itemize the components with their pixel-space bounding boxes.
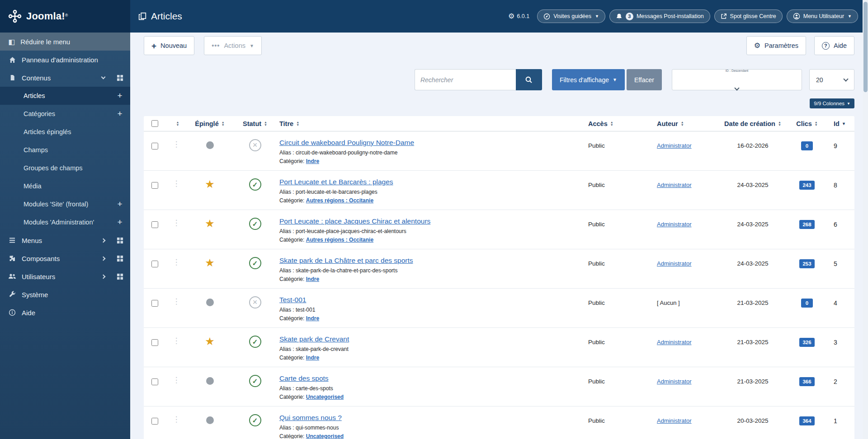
article-title-link[interactable]: Skate park de La Châtre et parc des spor… [279, 257, 413, 265]
status-toggle-icon[interactable] [249, 375, 261, 387]
sidebar-item-field-groups[interactable]: Groupes de champs [0, 159, 130, 177]
sort-select[interactable]: ID - Descendant [672, 69, 802, 90]
article-title-link[interactable]: Port Leucate et Le Barcarès : plages [279, 178, 393, 186]
status-toggle-icon[interactable] [249, 414, 261, 426]
row-checkbox[interactable] [151, 143, 158, 149]
author-link[interactable]: Administrator [657, 182, 692, 188]
pinned-toggle-icon[interactable] [205, 336, 215, 367]
category-link[interactable]: Indre [306, 158, 319, 164]
user-menu-button[interactable]: Menu Utilisateur ▼ [787, 9, 858, 23]
page-size-select[interactable]: 20 [809, 69, 854, 90]
ordering-sort-button[interactable]: ▲▼ [176, 121, 179, 126]
guided-tours-button[interactable]: Visites guidées ▼ [537, 9, 605, 23]
sidebar-item-help[interactable]: Aide [0, 304, 130, 322]
collapse-menu-button[interactable]: ◧ Réduire le menu [0, 33, 130, 51]
status-toggle-icon[interactable] [249, 257, 261, 269]
content-dashboard-shortcut-icon[interactable] [117, 75, 124, 81]
author-column-header[interactable]: Auteur▲▼ [653, 116, 719, 131]
row-checkbox[interactable] [151, 182, 158, 189]
category-link[interactable]: Indre [306, 276, 319, 282]
pinned-toggle-icon[interactable] [205, 257, 215, 288]
sidebar-item-articles[interactable]: Articles + [0, 87, 130, 105]
row-checkbox[interactable] [151, 418, 158, 425]
category-link[interactable]: Indre [306, 315, 319, 322]
article-title-link[interactable]: Qui sommes nous ? [279, 414, 342, 422]
sidebar-item-featured-articles[interactable]: Articles épinglés [0, 123, 130, 141]
row-checkbox[interactable] [151, 300, 158, 307]
filter-options-button[interactable]: Filtres d'affichage ▼ [552, 69, 625, 90]
article-title-link[interactable]: Carte des spots [279, 374, 329, 383]
status-toggle-icon[interactable] [249, 218, 261, 230]
sidebar-item-fields[interactable]: Champs [0, 141, 130, 159]
date-column-header[interactable]: Date de création▲▼ [719, 116, 787, 131]
category-link[interactable]: Autres régions : Occitanie [306, 197, 373, 204]
article-title-link[interactable]: Port Leucate : place Jacques Chirac et a… [279, 217, 430, 225]
sidebar-item-content[interactable]: Contenus [0, 69, 130, 87]
sidebar-item-dashboard[interactable]: Panneau d'administration [0, 51, 130, 69]
author-link[interactable]: Administrator [657, 221, 692, 228]
status-toggle-icon[interactable] [249, 178, 261, 191]
category-link[interactable]: Uncategorised [306, 433, 344, 439]
add-category-button[interactable]: + [116, 110, 124, 118]
add-article-button[interactable]: + [116, 92, 124, 100]
pinned-column-header[interactable]: Épinglé▲▼ [187, 116, 232, 131]
select-all-checkbox[interactable] [151, 120, 158, 127]
add-site-module-button[interactable]: + [116, 200, 124, 208]
hits-column-header[interactable]: Clics▲▼ [787, 116, 827, 131]
sidebar-item-categories[interactable]: Catégories + [0, 105, 130, 123]
components-dashboard-shortcut-icon[interactable] [117, 255, 124, 262]
site-preview-button[interactable]: Spot glisse Centre [714, 9, 783, 23]
search-input[interactable] [415, 69, 516, 90]
sidebar-item-media[interactable]: Média [0, 177, 130, 195]
search-button[interactable] [516, 69, 542, 90]
settings-button[interactable]: ⚙ Paramètres [746, 36, 806, 55]
status-toggle-icon[interactable] [249, 139, 261, 151]
status-column-header[interactable]: Statut▲▼ [232, 116, 278, 131]
row-checkbox[interactable] [151, 261, 158, 267]
row-checkbox[interactable] [151, 339, 158, 346]
category-link[interactable]: Autres régions : Occitanie [306, 237, 373, 243]
scrollbar-thumb[interactable] [863, 2, 868, 92]
article-title-link[interactable]: Circuit de wakeboard Pouligny Notre-Dame [279, 139, 414, 147]
pinned-toggle-icon[interactable] [205, 218, 215, 249]
row-checkbox[interactable] [151, 221, 158, 228]
pinned-toggle-icon[interactable] [206, 141, 214, 149]
author-link[interactable]: Administrator [657, 417, 692, 424]
id-column-header[interactable]: Id▼ [827, 116, 854, 131]
pinned-toggle-icon[interactable] [206, 377, 214, 385]
joomla-logo[interactable]: Joomla!® [0, 0, 130, 33]
row-checkbox[interactable] [151, 378, 158, 385]
help-button[interactable]: ? Aide [814, 36, 854, 55]
pinned-toggle-icon[interactable] [206, 416, 214, 424]
sidebar-item-menus[interactable]: Menus [0, 231, 130, 249]
menus-dashboard-shortcut-icon[interactable] [117, 237, 124, 244]
sidebar-item-admin-modules[interactable]: Modules 'Administration' + [0, 213, 130, 231]
author-link[interactable]: Administrator [657, 260, 692, 267]
new-button[interactable]: + Nouveau [144, 36, 194, 55]
category-link[interactable]: Indre [306, 355, 319, 361]
add-admin-module-button[interactable]: + [116, 218, 124, 226]
article-title-link[interactable]: Skate park de Crevant [279, 335, 349, 343]
article-title-link[interactable]: Test-001 [279, 296, 306, 304]
article-id: 6 [827, 210, 854, 249]
sidebar-item-components[interactable]: Composants [0, 249, 130, 267]
access-column-header[interactable]: Accès▲▼ [582, 116, 653, 131]
columns-toggle-button[interactable]: 9/9 Colonnes ▼ [810, 98, 854, 108]
users-dashboard-shortcut-icon[interactable] [117, 273, 124, 280]
author-link[interactable]: Administrator [657, 142, 692, 149]
author-link[interactable]: Administrator [657, 378, 692, 385]
sidebar-item-system[interactable]: Système [0, 285, 130, 304]
actions-button[interactable]: ••• Actions ▼ [204, 36, 262, 55]
sidebar-item-site-modules[interactable]: Modules 'Site' (frontal) + [0, 195, 130, 213]
sidebar-item-users[interactable]: Utilisateurs [0, 267, 130, 285]
pinned-toggle-icon[interactable] [205, 179, 215, 210]
author-link[interactable]: Administrator [657, 339, 692, 346]
pinned-toggle-icon[interactable] [206, 299, 214, 306]
category-link[interactable]: Uncategorised [306, 394, 344, 400]
postinstall-messages-button[interactable]: 3 Messages Post-installation [609, 9, 710, 23]
status-toggle-icon[interactable] [249, 296, 261, 308]
clear-button[interactable]: Effacer [627, 69, 662, 90]
vertical-scrollbar[interactable] [863, 0, 868, 439]
status-toggle-icon[interactable] [249, 336, 261, 348]
title-column-header[interactable]: Titre▲▼ [278, 116, 582, 131]
